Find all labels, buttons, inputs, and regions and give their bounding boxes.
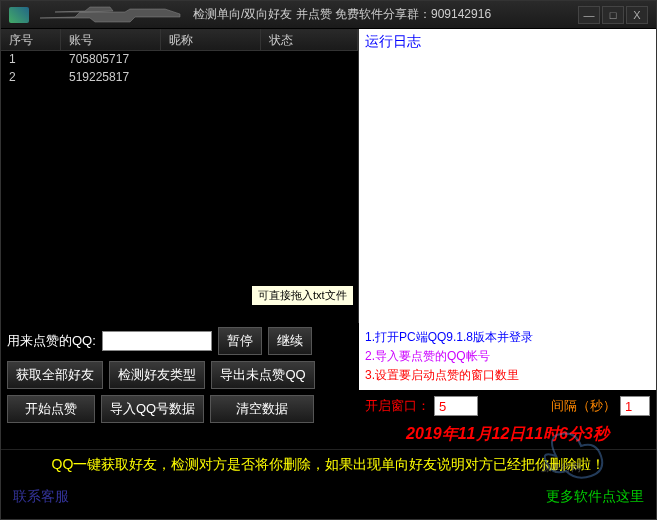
log-title: 运行日志 — [359, 29, 656, 55]
app-window: 检测单向/双向好友 并点赞 免费软件分享群：909142916 — □ X 序号… — [0, 0, 657, 520]
cell-account: 519225817 — [61, 69, 161, 87]
timestamp-row: 2019年11月12日11时6分3秒 — [365, 424, 650, 445]
footer: 联系客服 更多软件点这里 源丰行网 — [1, 480, 656, 510]
close-button[interactable]: X — [626, 6, 648, 24]
clear-data-button[interactable]: 清空数据 — [210, 395, 314, 423]
col-account[interactable]: 账号 — [61, 29, 161, 50]
col-seq[interactable]: 序号 — [1, 29, 61, 50]
col-nickname[interactable]: 昵称 — [161, 29, 261, 50]
instruction-1: 1.打开PC端QQ9.1.8版本并登录 — [365, 329, 650, 346]
minimize-button[interactable]: — — [578, 6, 600, 24]
qq-label: 用来点赞的QQ: — [7, 332, 96, 350]
export-unliked-button[interactable]: 导出未点赞QQ — [211, 361, 315, 389]
table-body[interactable]: 1 705805717 2 519225817 可直接拖入txt文件 — [1, 51, 358, 291]
log-panel: 运行日志 — [359, 29, 656, 323]
titlebar[interactable]: 检测单向/双向好友 并点赞 免费软件分享群：909142916 — □ X — [1, 1, 656, 29]
more-software-link[interactable]: 更多软件点这里 — [546, 488, 644, 506]
col-status[interactable]: 状态 — [261, 29, 358, 50]
import-qq-button[interactable]: 导入QQ号数据 — [101, 395, 204, 423]
cell-status — [261, 51, 358, 69]
qq-input[interactable] — [102, 331, 212, 351]
instruction-2: 2.导入要点赞的QQ帐号 — [365, 348, 650, 365]
cell-nickname — [161, 51, 261, 69]
instructions: 1.打开PC端QQ9.1.8版本并登录 2.导入要点赞的QQ帐号 3.设置要启动… — [359, 323, 656, 390]
table-panel: 序号 账号 昵称 状态 1 705805717 2 519225817 — [1, 29, 359, 323]
cell-account: 705805717 — [61, 51, 161, 69]
drag-hint-tooltip: 可直接拖入txt文件 — [251, 285, 354, 306]
left-controls: 用来点赞的QQ: 暂停 继续 获取全部好友 检测好友类型 导出未点赞QQ 开始点… — [1, 323, 359, 449]
table-row[interactable]: 1 705805717 — [1, 51, 358, 69]
get-friends-button[interactable]: 获取全部好友 — [7, 361, 103, 389]
cell-status — [261, 69, 358, 87]
bottom-layout: 用来点赞的QQ: 暂停 继续 获取全部好友 检测好友类型 导出未点赞QQ 开始点… — [1, 323, 656, 449]
info-banner: QQ一键获取好友，检测对方是否将你删除，如果出现单向好友说明对方已经把你删除啦！ — [1, 449, 656, 480]
window-title: 检测单向/双向好友 并点赞 免费软件分享群：909142916 — [193, 6, 578, 23]
table-header: 序号 账号 昵称 状态 — [1, 29, 358, 51]
window-controls: — □ X — [578, 6, 648, 24]
right-controls: 1.打开PC端QQ9.1.8版本并登录 2.导入要点赞的QQ帐号 3.设置要启动… — [359, 323, 656, 449]
pause-button[interactable]: 暂停 — [218, 327, 262, 355]
cell-seq: 2 — [1, 69, 61, 87]
table-row[interactable]: 2 519225817 — [1, 69, 358, 87]
contact-link[interactable]: 联系客服 — [13, 488, 69, 506]
detect-type-button[interactable]: 检测好友类型 — [109, 361, 205, 389]
button-row-1: 获取全部好友 检测好友类型 导出未点赞QQ — [7, 361, 353, 389]
qq-input-row: 用来点赞的QQ: 暂停 继续 — [7, 327, 353, 355]
main-area: 序号 账号 昵称 状态 1 705805717 2 519225817 — [1, 29, 656, 323]
open-window-label: 开启窗口： — [365, 397, 430, 415]
open-window-input[interactable] — [434, 396, 478, 416]
interval-input[interactable] — [620, 396, 650, 416]
log-body[interactable] — [359, 55, 656, 323]
gun-decoration — [35, 4, 185, 26]
instruction-3: 3.设置要启动点赞的窗口数里 — [365, 367, 650, 384]
cell-seq: 1 — [1, 51, 61, 69]
button-row-2: 开始点赞 导入QQ号数据 清空数据 — [7, 395, 353, 423]
start-like-button[interactable]: 开始点赞 — [7, 395, 95, 423]
app-icon — [9, 7, 29, 23]
resume-button[interactable]: 继续 — [268, 327, 312, 355]
interval-label: 间隔（秒） — [551, 397, 616, 415]
timestamp: 2019年11月12日11时6分3秒 — [365, 424, 650, 445]
maximize-button[interactable]: □ — [602, 6, 624, 24]
cell-nickname — [161, 69, 261, 87]
window-settings-row: 开启窗口： 间隔（秒） — [365, 396, 650, 416]
